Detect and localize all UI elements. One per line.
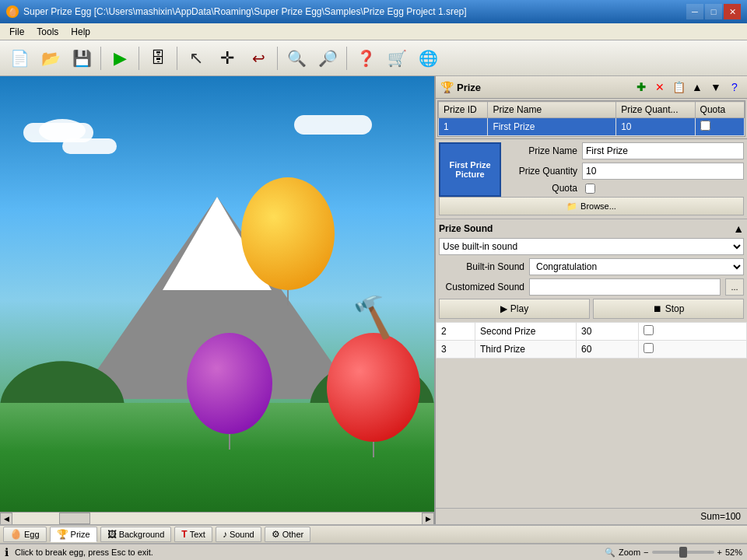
tab-text[interactable]: T Text bbox=[174, 527, 212, 542]
prize-detail-form: First Prize Picture Prize Name Prize Qua… bbox=[436, 138, 747, 219]
canvas-horizontal-scrollbar[interactable]: ◀ ▶ bbox=[0, 512, 434, 524]
menu-file[interactable]: File bbox=[3, 25, 30, 39]
col-prize-name: Prize Name bbox=[488, 102, 616, 118]
prize-quantity-row: Prize Quantity bbox=[504, 163, 744, 180]
zoom-slider[interactable] bbox=[652, 551, 714, 554]
prize-table-area: Prize ID Prize Name Prize Quant... Quota… bbox=[437, 100, 745, 137]
move-down-button[interactable]: ▼ bbox=[708, 79, 724, 95]
menubar: File Tools Help bbox=[0, 23, 747, 40]
close-button[interactable]: ✕ bbox=[724, 4, 741, 19]
save-button[interactable]: 💾 bbox=[67, 44, 96, 73]
help-button[interactable]: ❓ bbox=[351, 44, 381, 73]
cell-name-3: Third Prize bbox=[475, 341, 577, 359]
sound-panel-title: Prize Sound bbox=[439, 223, 493, 234]
scroll-track[interactable] bbox=[12, 513, 422, 524]
zoom-thumb[interactable] bbox=[679, 547, 687, 558]
maximize-button[interactable]: □ bbox=[705, 4, 722, 19]
table-row[interactable]: 3 Third Prize 60 bbox=[437, 341, 747, 359]
move-up-button[interactable]: ▲ bbox=[689, 79, 705, 95]
select-button[interactable]: ↖ bbox=[181, 44, 211, 73]
prize-panel-title: Prize bbox=[457, 82, 481, 93]
custom-sound-input[interactable] bbox=[529, 278, 721, 296]
reset-button[interactable]: ↩ bbox=[244, 44, 273, 73]
zoom-minus-icon[interactable]: − bbox=[644, 548, 648, 557]
col-prize-id: Prize ID bbox=[439, 102, 488, 118]
builtin-sound-select[interactable]: Congratulation Fanfare Bell bbox=[529, 258, 744, 275]
zoom-fit-button[interactable]: 🔍 bbox=[282, 44, 311, 73]
delete-prize-button[interactable]: ✕ bbox=[652, 79, 668, 95]
cell-quota-1 bbox=[695, 118, 744, 136]
zoom-plus-icon[interactable]: + bbox=[717, 548, 722, 557]
egg-tab-icon: 🥚 bbox=[10, 529, 22, 540]
prize-picture-label: First Prize Picture bbox=[440, 160, 500, 179]
custom-sound-row: Customized Sound ... bbox=[439, 278, 744, 296]
sound-tab-icon: ♪ bbox=[223, 529, 227, 540]
prize-picture-box[interactable]: First Prize Picture bbox=[439, 142, 501, 197]
scroll-thumb[interactable] bbox=[59, 513, 90, 524]
quota-checkbox-3[interactable] bbox=[644, 343, 654, 353]
sum-label: Sum=100 bbox=[700, 511, 741, 522]
sound-browse-button[interactable]: ... bbox=[725, 278, 744, 296]
stop-label: Stop bbox=[665, 303, 685, 314]
minimize-button[interactable]: ─ bbox=[686, 4, 703, 19]
tab-egg[interactable]: 🥚 Egg bbox=[3, 527, 47, 542]
copy-prize-button[interactable]: 📋 bbox=[671, 79, 686, 95]
zoom-percent: 52% bbox=[725, 548, 742, 557]
tab-background[interactable]: 🖼 Background bbox=[100, 527, 172, 542]
tab-sound[interactable]: ♪ Sound bbox=[216, 527, 261, 542]
add-object-button[interactable]: ✛ bbox=[212, 44, 242, 73]
play-stop-row: ▶ Play ⏹ Stop bbox=[439, 299, 744, 319]
play-label: Play bbox=[510, 303, 528, 314]
col-quota: Quota bbox=[695, 102, 744, 118]
cell-qty-2: 30 bbox=[577, 323, 639, 341]
prize-quantity-label: Prize Quantity bbox=[504, 166, 582, 177]
background-tab-label: Background bbox=[119, 530, 165, 539]
prize-quota-checkbox[interactable] bbox=[585, 184, 595, 194]
custom-sound-label: Customized Sound bbox=[439, 282, 524, 292]
new-button[interactable]: 📄 bbox=[5, 44, 34, 73]
toolbar-separator-1 bbox=[100, 47, 101, 70]
tab-prize[interactable]: 🏆 Prize bbox=[50, 527, 97, 542]
scroll-left-arrow[interactable]: ◀ bbox=[0, 513, 12, 525]
quota-checkbox-2[interactable] bbox=[644, 325, 654, 335]
table-row[interactable]: 1 First Prize 10 bbox=[439, 118, 745, 136]
bottom-tabs: 🥚 Egg 🏆 Prize 🖼 Background T Text ♪ Soun… bbox=[0, 524, 747, 543]
browse-button[interactable]: 📁 Browse... bbox=[439, 197, 744, 215]
zoom-label: Zoom bbox=[619, 548, 640, 557]
prize-quota-row: Quota bbox=[504, 183, 744, 194]
menu-tools[interactable]: Tools bbox=[30, 25, 65, 39]
cell-qty-3: 60 bbox=[577, 341, 639, 359]
database-button[interactable]: 🗄 bbox=[143, 44, 173, 73]
play-button[interactable]: ▶ Play bbox=[439, 299, 590, 319]
sound-collapse-button[interactable]: ▲ bbox=[733, 222, 744, 235]
sound-type-select[interactable]: Use built-in sound Use custom sound No s… bbox=[439, 238, 744, 255]
prize-name-label: Prize Name bbox=[504, 145, 582, 156]
scroll-right-arrow[interactable]: ▶ bbox=[422, 513, 434, 525]
browse-icon: 📁 bbox=[566, 201, 577, 212]
prize-quantity-input[interactable] bbox=[582, 163, 744, 180]
cell-id-1: 1 bbox=[439, 118, 488, 136]
open-button[interactable]: 📂 bbox=[36, 44, 65, 73]
toolbar-separator-4 bbox=[277, 47, 278, 70]
toolbar-separator-2 bbox=[139, 47, 139, 70]
background-tab-icon: 🖼 bbox=[107, 529, 117, 540]
tab-other[interactable]: ⚙ Other bbox=[265, 527, 311, 542]
toolbar-separator-5 bbox=[346, 47, 347, 70]
zoom-in-button[interactable]: 🔎 bbox=[313, 44, 342, 73]
add-prize-button[interactable]: ✚ bbox=[633, 79, 649, 95]
prize-name-input[interactable] bbox=[582, 142, 744, 159]
quota-checkbox-1[interactable] bbox=[700, 121, 710, 131]
prize-icon: 🏆 bbox=[440, 81, 454, 93]
status-icon: ℹ bbox=[5, 546, 9, 558]
builtin-sound-row: Built-in Sound Congratulation Fanfare Be… bbox=[439, 258, 744, 275]
prize-help-button[interactable]: ? bbox=[727, 79, 742, 95]
web-button[interactable]: 🌐 bbox=[413, 44, 443, 73]
text-tab-icon: T bbox=[181, 529, 187, 540]
menu-help[interactable]: Help bbox=[65, 25, 96, 39]
cell-quota-2 bbox=[639, 323, 747, 341]
prize-form-right: Prize Name Prize Quantity Quota bbox=[504, 142, 744, 197]
run-button[interactable]: ▶ bbox=[105, 44, 135, 73]
stop-button[interactable]: ⏹ Stop bbox=[593, 299, 744, 319]
cart-button[interactable]: 🛒 bbox=[382, 44, 412, 73]
table-row[interactable]: 2 Second Prize 30 bbox=[437, 323, 747, 341]
